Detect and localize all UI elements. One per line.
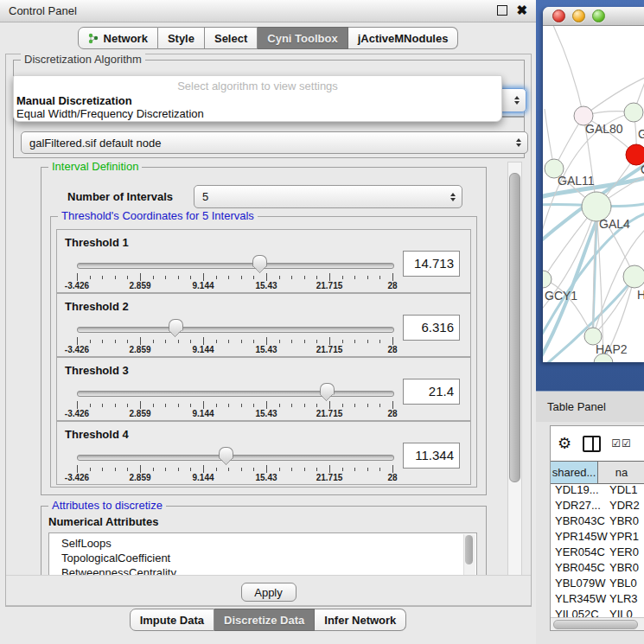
threshold-value-field[interactable]: 21.4 [403,379,460,405]
table-horizontal-scrollbar[interactable] [551,617,644,630]
table-row[interactable]: YDL19...YDL1 [551,483,644,499]
apply-button[interactable]: Apply [241,583,296,602]
threshold-slider-track[interactable] [77,455,394,461]
tab-label: Discretize Data [224,614,304,627]
cell-name: YER0 [609,545,639,561]
cell-shared-name: YBR045C [551,561,609,577]
table-rows: YDL19...YDL1YDR27...YDR2YBR043CYBR0YPR14… [551,483,644,617]
settings-scrollbar[interactable] [507,162,522,577]
threshold-slider-thumb[interactable] [252,255,267,267]
numerical-attributes-list[interactable]: SelfLoopsTopologicalCoefficientBetweenne… [48,532,477,576]
attribute-items: SelfLoopsTopologicalCoefficientBetweenne… [49,533,476,576]
num-intervals-combobox[interactable]: 5 [194,185,462,208]
cell-shared-name: YLR345W [551,592,609,608]
table-row[interactable]: YLR345WYLR3 [551,592,644,608]
network-node-green[interactable] [624,103,643,122]
column-header-na[interactable]: na [598,462,644,483]
interval-definition-title: Interval Definition [48,162,142,173]
table-toolbar: ⚙ ☑☑ [551,426,644,461]
axis-tick-label: 9.144 [192,345,214,354]
threshold-label: Threshold 1 [65,236,129,249]
split-columns-icon[interactable] [583,436,601,452]
tab-label: Infer Network [324,614,396,627]
network-graph: GAL80GAGAL11CGAL4GCY1HHAP2 [543,26,644,362]
axis-tick-label: 28 [387,345,397,354]
axis-tick-label: -3.426 [65,345,89,354]
slider-tick-labels: -3.4262.8599.14415.4321.71528 [77,345,392,355]
tab-label: Style [168,32,194,45]
num-intervals-value: 5 [202,190,208,203]
threshold-value-field[interactable]: 6.316 [403,315,460,341]
numerical-attributes-label: Numerical Attributes [48,515,158,528]
tab-discretize-data[interactable]: Discretize Data [214,609,315,631]
table-row[interactable]: YIL052CYIL0 [551,608,644,617]
control-panel-title: Control Panel [9,4,77,17]
tab-infer-network[interactable]: Infer Network [315,609,406,631]
tab-jactivemnodules[interactable]: jActiveMNodules [348,27,459,49]
tab-cyni-toolbox[interactable]: Cyni Toolbox [258,27,348,49]
algorithm-option-manual-discretization[interactable]: Manual Discretization [14,94,501,107]
cell-name: YPR1 [609,530,639,545]
threshold-panel-1: Threshold 1-3.4262.8599.14415.4321.71528… [56,229,471,293]
threshold-slider-track[interactable] [77,391,394,397]
threshold-slider-track[interactable] [77,263,394,269]
axis-tick-label: 28 [387,409,397,418]
threshold-value-field[interactable]: 11.344 [403,443,460,469]
tab-select[interactable]: Select [205,27,258,49]
cell-name: YBL0 [609,577,637,592]
threshold-slider-thumb[interactable] [320,383,335,395]
cell-name: YDR2 [609,499,640,514]
attributes-scrollbar[interactable] [463,534,475,576]
table-row[interactable]: YPR145WYPR1 [551,530,644,545]
threshold-slider-track[interactable] [77,327,394,333]
num-intervals-label: Number of Intervals [67,190,173,203]
attribute-item-topologicalcoefficient[interactable]: TopologicalCoefficient [49,551,476,565]
table-row[interactable]: YBR043CYBR0 [551,514,644,530]
cell-name: YIL0 [609,608,633,617]
node-label-c: C [641,163,644,176]
table-data-section: Table Data galFiltered.sif default node [13,117,525,158]
threshold-label: Threshold 2 [65,300,129,313]
table-row[interactable]: YER054CYER0 [551,545,644,561]
network-node-green[interactable] [623,265,644,288]
close-traffic-icon[interactable] [552,10,565,22]
algorithm-option-equal-width-frequency-discretization[interactable]: Equal Width/Frequency Discretization [14,107,501,120]
table-row[interactable]: YBR045CYBR0 [551,561,644,577]
attribute-item-selfloops[interactable]: SelfLoops [49,536,476,551]
threshold-slider-thumb[interactable] [219,447,233,459]
cell-name: YBR0 [609,514,639,530]
minimize-traffic-icon[interactable] [572,10,585,22]
table-data-value: galFiltered.sif default node [29,137,161,150]
table-data-combobox[interactable]: galFiltered.sif default node [21,131,528,154]
select-columns-icon[interactable]: ☑☑ [611,437,632,450]
network-canvas[interactable]: GAL80GAGAL11CGAL4GCY1HHAP2 [543,26,644,362]
axis-tick-label: 21.715 [316,281,343,290]
threshold-panel-4: Threshold 4-3.4262.8599.14415.4321.71528… [56,421,471,485]
zoom-traffic-icon[interactable] [592,10,605,22]
network-node-green[interactable] [543,271,552,288]
cyni-toolbox-panel: Discretization Algorithm Select algorith… [5,54,532,607]
attributes-scrollbar-thumb[interactable] [465,535,473,564]
tab-impute-data[interactable]: Impute Data [130,609,214,631]
settings-scrollbar-thumb[interactable] [509,173,520,482]
node-table: ⚙ ☑☑ shared...na YDL19...YDL1YDR27...YDR… [550,425,644,631]
tab-style[interactable]: Style [158,27,205,49]
axis-tick-label: 9.144 [192,281,214,290]
table-row[interactable]: YDR27...YDR2 [551,499,644,514]
table-row[interactable]: YBL079WYBL0 [551,577,644,592]
float-window-icon[interactable] [497,5,507,16]
axis-tick-label: -3.426 [65,473,89,482]
tab-network[interactable]: Network [78,27,158,49]
axis-tick-label: 28 [387,473,397,482]
threshold-slider-thumb[interactable] [169,319,183,331]
node-label-gal80: GAL80 [585,122,623,136]
slider-tick-labels: -3.4262.8599.14415.4321.71528 [77,409,392,419]
column-header-shared-[interactable]: shared... [551,462,598,483]
axis-tick-label: 28 [387,281,397,290]
apply-strip: Apply [6,575,531,606]
close-icon[interactable]: ✖ [516,5,527,16]
top-tab-bar: NetworkStyleSelectCyni ToolboxjActiveMNo… [0,27,536,49]
table-hscrollbar-thumb[interactable] [553,620,638,629]
gear-icon[interactable]: ⚙ [558,434,571,453]
threshold-value-field[interactable]: 14.713 [403,251,460,277]
